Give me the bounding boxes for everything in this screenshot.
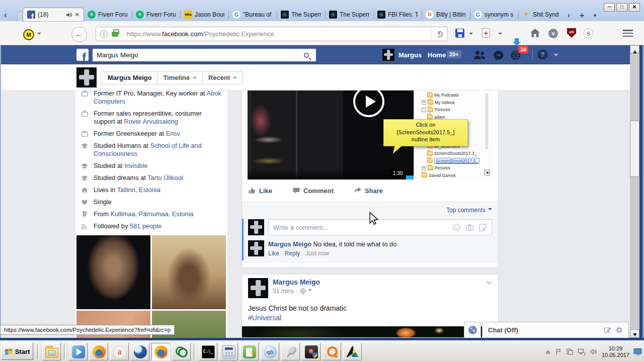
page-scrollbar[interactable] [630,45,639,338]
scroll-down-icon[interactable] [630,329,639,338]
page-info-icon[interactable]: i [100,30,108,38]
sticker-icon[interactable] [478,223,487,232]
maximize-button[interactable]: □ [616,3,627,12]
taskbar-microphone-button[interactable] [281,343,300,360]
save-page-icon[interactable] [455,29,464,38]
facebook-logo[interactable] [76,49,89,61]
tree-row[interactable]: ScreenShoots2017.3_ [414,150,493,157]
messenger-icon[interactable] [493,50,504,61]
about-link[interactable]: Ensv [166,130,180,137]
taskbar-qbittorrent-button[interactable] [261,343,279,360]
tree-row[interactable]: -Pictures [414,106,493,114]
tab-scroll-left-icon[interactable]: ‹ [4,10,7,20]
account-dropdown-icon[interactable] [553,54,558,59]
tab-recent[interactable]: Recent [202,71,243,84]
home-link[interactable]: Home [428,51,446,59]
scrollbar-thumb[interactable] [630,121,639,177]
page-avatar[interactable] [76,67,97,87]
taskbar-magnifier-button[interactable] [323,343,341,360]
tab-scroll-right-icon[interactable]: › [568,11,570,19]
taskbar-recorder-button[interactable] [302,343,320,360]
tray-expand-icon[interactable] [545,349,551,355]
url-bar[interactable]: i https://www.facebook.com/Psychedelic.E… [96,27,448,41]
new-message-icon[interactable] [604,326,611,334]
tab-audio-icon[interactable] [66,12,72,18]
ublock-icon[interactable]: uO [567,28,576,38]
taskbar-notepadpp-button[interactable] [240,343,259,360]
comment-input-box[interactable] [268,219,492,235]
helper-dropdown-icon[interactable] [498,33,502,37]
search-button[interactable] [296,49,316,61]
share-button[interactable]: Share [354,187,383,195]
browser-tab[interactable]: synonym s [470,8,518,21]
pocket-icon[interactable]: v [548,29,558,38]
browser-tab[interactable]: Fiverr Foru [84,8,132,21]
tree-expander[interactable]: - [422,108,426,112]
profile-photo[interactable] [152,235,226,309]
display-tray-icon[interactable] [633,348,642,356]
browser-tab[interactable]: Jason Bour [180,8,228,21]
tab-profile-name[interactable]: Margus Meigo [102,71,157,84]
chevron-down-icon[interactable] [308,289,312,293]
browser-tab[interactable]: FBI Files: T [373,8,422,21]
comment-button[interactable]: Comment [292,187,334,195]
post-time[interactable]: 31 mins [273,288,294,295]
taskbar-clock[interactable]: 10:29 10.05.2017 [602,345,629,358]
avatar[interactable] [248,219,264,235]
comment-author[interactable]: Margus Meigo [268,240,311,248]
gear-icon[interactable] [615,326,623,334]
close-button[interactable]: ✕ [629,3,640,12]
back-button[interactable]: ← [71,27,87,42]
save-dropdown-icon[interactable] [469,33,473,37]
tree-row[interactable]: +My Videos [414,99,493,107]
profile-photo[interactable] [76,235,150,309]
browser-tab[interactable]: Bitly | Bitlin [422,8,470,21]
extension-dropdown-icon[interactable] [37,33,41,37]
s-extension-icon[interactable]: S [584,29,593,38]
friend-requests-icon[interactable] [473,49,486,60]
post-author[interactable]: Margus Meigo [273,278,320,286]
volume-tray-icon[interactable] [590,348,598,355]
taskbar-lenses-button[interactable] [172,343,191,360]
avatar[interactable] [248,278,268,298]
browser-tab[interactable]: Fiverr Foru [132,8,180,21]
download-helper-icon[interactable]: + [482,28,490,38]
about-link[interactable]: Abok Computers [94,90,221,105]
tree-row[interactable]: Saved Games [414,172,493,179]
taskbar-explorer-button[interactable] [42,343,61,360]
clipboard-tray-icon[interactable] [566,348,574,355]
minimize-button[interactable]: ─ [604,3,615,12]
taskbar-cmd-button[interactable] [199,343,217,360]
post-menu-chevron-icon[interactable] [485,279,493,287]
browser-tab[interactable]: Shit Synd [518,8,567,21]
taskbar-seamonkey-button[interactable] [131,343,149,360]
browser-tab[interactable]: "Bureau of [228,8,277,21]
about-link[interactable]: School of Life and Consciousness [94,142,202,157]
tree-expander[interactable]: + [422,100,426,105]
about-link[interactable]: 581 people [130,222,162,230]
browser-tab[interactable]: (18)✕ [23,8,84,21]
taskbar-firefox-active-button[interactable] [151,343,170,360]
avatar[interactable] [382,49,394,61]
profile-link[interactable]: Margus [398,51,422,59]
extension-m-icon[interactable]: M [23,29,34,40]
comment-input[interactable] [273,224,448,231]
search-input[interactable] [93,51,296,59]
scroll-up-icon[interactable] [630,45,639,54]
https-lock-icon[interactable] [112,32,118,37]
taskbar-prism-button[interactable] [343,343,362,360]
home-icon[interactable] [530,29,540,37]
hashtag-link[interactable]: #Universal [248,314,281,322]
taskbar-calculator-button[interactable] [219,343,238,360]
camera-icon[interactable] [465,223,474,232]
menu-icon[interactable] [623,30,633,37]
network-tray-icon[interactable] [578,348,586,355]
comment-reply-link[interactable]: Reply [285,250,300,257]
tree-row[interactable]: My Podcasts [414,92,493,99]
comment-like-link[interactable]: Like [268,250,279,257]
post-image[interactable] [242,326,498,338]
taskbar-firefox-button[interactable] [90,343,108,360]
tree-expander[interactable]: + [422,166,426,170]
about-link[interactable]: Tartu Ülikool [147,174,183,182]
help-icon[interactable]: ? [537,49,548,60]
